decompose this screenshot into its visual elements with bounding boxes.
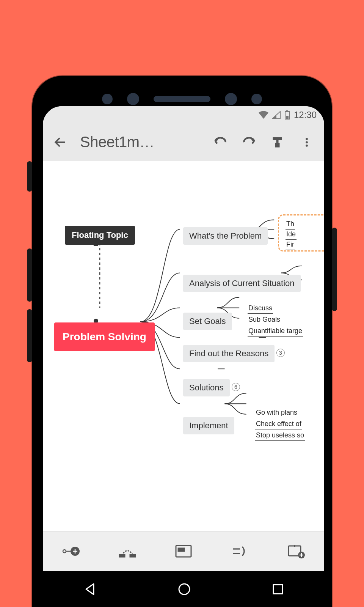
branch-node-reasons[interactable]: Find out the Reasons bbox=[183, 345, 275, 362]
nav-home-button[interactable] bbox=[177, 582, 192, 597]
mindmap-canvas[interactable]: Floating Topic Problem Solving What's th… bbox=[43, 161, 324, 531]
nav-back-button[interactable] bbox=[82, 582, 97, 597]
document-title[interactable]: Sheet1m… bbox=[80, 134, 201, 151]
leaf-node[interactable]: Quantifiable targe bbox=[248, 327, 303, 337]
svg-rect-5 bbox=[275, 143, 280, 147]
add-summary-button[interactable] bbox=[228, 540, 251, 563]
floating-topic-node[interactable]: Floating Topic bbox=[65, 226, 135, 245]
add-boundary-button[interactable] bbox=[172, 540, 195, 563]
svg-rect-4 bbox=[276, 140, 279, 143]
phone-frame: 12:30 Sheet1m… bbox=[32, 76, 332, 607]
power-button bbox=[27, 161, 32, 192]
svg-point-6 bbox=[306, 138, 308, 140]
leaf-node[interactable]: Stop useless so bbox=[255, 431, 305, 441]
svg-rect-13 bbox=[119, 555, 125, 557]
svg-rect-23 bbox=[273, 585, 282, 594]
add-sheet-button[interactable] bbox=[285, 540, 308, 563]
phone-speaker bbox=[102, 93, 262, 105]
leaf-node[interactable]: Ide bbox=[286, 230, 297, 240]
leaf-node[interactable]: Discuss bbox=[248, 304, 273, 314]
svg-point-10 bbox=[63, 550, 66, 553]
leaf-node[interactable]: Sub Goals bbox=[248, 315, 281, 325]
status-bar: 12:30 bbox=[43, 106, 324, 123]
leaf-node[interactable]: Go with plans bbox=[255, 408, 298, 418]
edit-toolbar bbox=[43, 531, 324, 571]
cellular-icon bbox=[272, 111, 281, 119]
add-relationship-button[interactable] bbox=[116, 540, 139, 563]
svg-point-8 bbox=[306, 144, 308, 146]
svg-point-7 bbox=[306, 141, 308, 143]
branch-node-problem[interactable]: What's the Problem bbox=[183, 227, 268, 245]
more-button[interactable] bbox=[298, 133, 316, 151]
branch-node-solutions[interactable]: Solutions bbox=[183, 379, 230, 396]
central-topic-node[interactable]: Problem Solving bbox=[54, 322, 155, 351]
selection-highlight bbox=[278, 214, 324, 252]
svg-rect-1 bbox=[286, 110, 288, 112]
leaf-node[interactable]: Fir bbox=[286, 240, 295, 250]
battery-icon bbox=[284, 110, 290, 120]
status-time: 12:30 bbox=[294, 110, 317, 120]
volume-down bbox=[27, 309, 32, 362]
side-button bbox=[332, 228, 337, 311]
nav-recents-button[interactable] bbox=[271, 582, 285, 596]
redo-button[interactable] bbox=[240, 133, 258, 151]
svg-rect-2 bbox=[286, 116, 289, 119]
screen: 12:30 Sheet1m… bbox=[43, 106, 324, 607]
app-toolbar: Sheet1m… bbox=[43, 123, 324, 161]
android-nav-bar bbox=[43, 571, 324, 607]
collapsed-count-badge[interactable]: 6 bbox=[232, 383, 240, 391]
branch-node-analysis[interactable]: Analysis of Current Situation bbox=[183, 275, 301, 292]
back-button[interactable] bbox=[51, 133, 69, 151]
branch-node-goals[interactable]: Set Goals bbox=[183, 313, 232, 330]
leaf-node[interactable]: Th bbox=[286, 220, 295, 230]
undo-button[interactable] bbox=[211, 133, 229, 151]
volume-up bbox=[27, 248, 32, 302]
add-subtopic-button[interactable] bbox=[60, 540, 82, 563]
svg-rect-3 bbox=[273, 137, 282, 140]
leaf-node[interactable]: Check effect of bbox=[255, 420, 302, 429]
format-button[interactable] bbox=[269, 133, 287, 151]
svg-rect-16 bbox=[178, 548, 184, 551]
branch-node-implement[interactable]: Implement bbox=[183, 417, 234, 434]
svg-rect-14 bbox=[130, 555, 135, 557]
svg-point-22 bbox=[179, 584, 190, 594]
collapsed-count-badge[interactable]: 3 bbox=[276, 349, 285, 357]
wifi-icon bbox=[259, 111, 268, 119]
